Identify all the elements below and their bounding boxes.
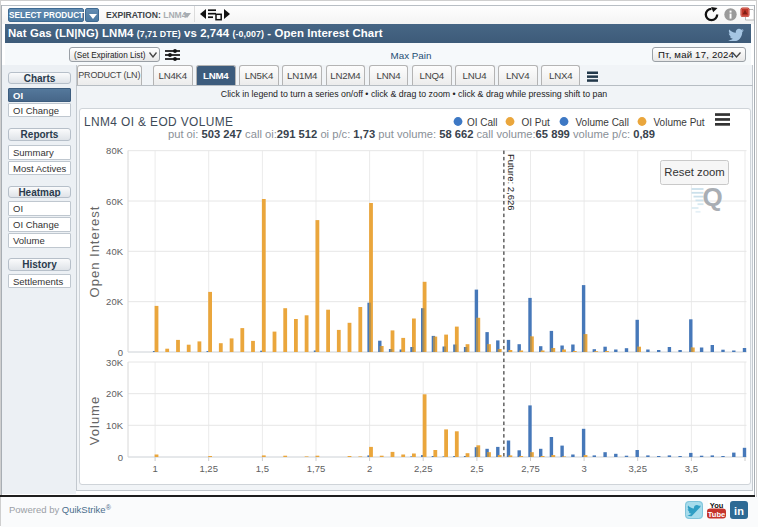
svg-text:80K: 80K — [106, 145, 124, 156]
svg-text:2,25: 2,25 — [413, 463, 432, 474]
svg-text:60K: 60K — [106, 196, 124, 207]
svg-text:1,5: 1,5 — [255, 463, 268, 474]
svg-text:10K: 10K — [106, 420, 124, 431]
svg-text:Tube: Tube — [708, 510, 725, 519]
svg-text:You: You — [710, 501, 724, 510]
svg-text:Volume: Volume — [87, 396, 102, 445]
svg-text:3,5: 3,5 — [684, 463, 697, 474]
svg-text:1,75: 1,75 — [306, 463, 325, 474]
svg-text:3: 3 — [581, 463, 586, 474]
svg-text:1: 1 — [152, 463, 157, 474]
svg-text:Volume Put: Volume Put — [653, 117, 704, 128]
svg-text:Future: 2,626: Future: 2,626 — [506, 154, 517, 211]
svg-text:Reset zoom: Reset zoom — [664, 166, 724, 178]
svg-text:2,5: 2,5 — [470, 463, 483, 474]
svg-text:20K: 20K — [106, 388, 124, 399]
svg-text:OI Put: OI Put — [521, 117, 550, 128]
svg-text:3,25: 3,25 — [628, 463, 647, 474]
svg-text:in: in — [734, 505, 744, 517]
svg-text:put oi: 503 247 call oi:291 51: put oi: 503 247 call oi:291 512 oi p/c: … — [167, 128, 654, 140]
svg-text:Q: Q — [702, 182, 722, 212]
svg-text:Volume Call: Volume Call — [575, 117, 628, 128]
svg-text:2,75: 2,75 — [521, 463, 540, 474]
svg-text:40K: 40K — [106, 246, 124, 257]
svg-text:1,25: 1,25 — [199, 463, 218, 474]
svg-text:Open Interest: Open Interest — [87, 206, 102, 298]
svg-text:20K: 20K — [106, 296, 124, 307]
svg-text:LNM4 OI & EOD VOLUME: LNM4 OI & EOD VOLUME — [84, 115, 233, 129]
svg-text:0: 0 — [117, 452, 122, 463]
svg-text:2: 2 — [366, 463, 371, 474]
svg-text:OI Call: OI Call — [467, 117, 498, 128]
svg-text:30K: 30K — [106, 357, 124, 368]
